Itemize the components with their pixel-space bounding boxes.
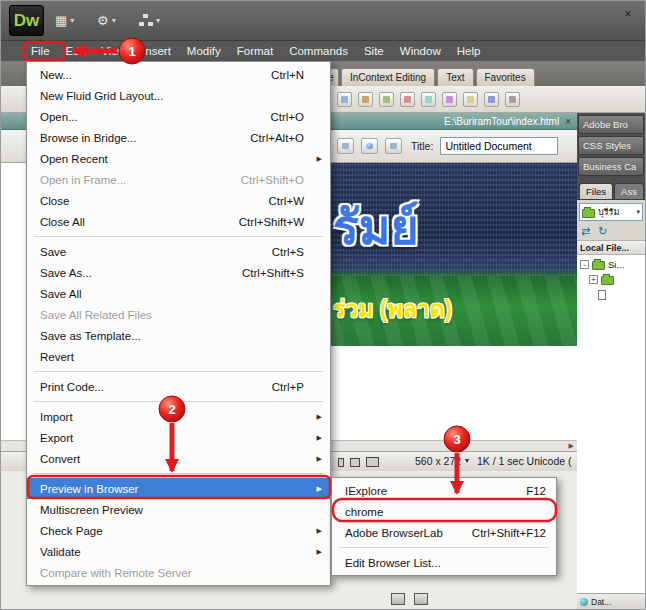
insert-object-icon[interactable]: [442, 92, 457, 107]
local-files-label: Local File...: [580, 243, 629, 253]
title-input[interactable]: [440, 137, 558, 155]
folder-icon: [592, 261, 605, 270]
browser-submenu-item-adobe-browserlab[interactable]: Adobe BrowserLabCtrl+Shift+F12: [332, 522, 556, 543]
file-menu-item-save-all-related-files[interactable]: Save All Related Files: [27, 304, 330, 325]
file-menu-item-revert[interactable]: Revert: [27, 346, 330, 367]
tab-close-icon[interactable]: ×: [565, 116, 571, 127]
property-icon[interactable]: [391, 593, 405, 605]
file-management-icon[interactable]: [337, 138, 354, 154]
menu-item-label: Compare with Remote Server: [40, 567, 191, 579]
files-panel-toolbar: ⇄ ↻: [577, 223, 645, 240]
file-menu-item-save-as-template[interactable]: Save as Template...: [27, 325, 330, 346]
file-menu-item-multiscreen-preview[interactable]: Multiscreen Preview: [27, 499, 330, 520]
tree-row[interactable]: [577, 287, 645, 302]
insert-object-icon[interactable]: [337, 92, 352, 107]
panel-tab-files[interactable]: Files: [579, 183, 613, 199]
submenu-arrow-icon: ▶: [317, 413, 322, 421]
menubar: FileEditViewInsertModifyFormatCommandsSi…: [1, 41, 645, 61]
file-menu-item-print-code[interactable]: Print Code...Ctrl+P: [27, 376, 330, 397]
file-menu-item-browse-in-bridge[interactable]: Browse in Bridge...Ctrl+Alt+O: [27, 127, 330, 148]
submenu-arrow-icon: ▶: [317, 434, 322, 442]
menu-item-label: Multiscreen Preview: [40, 504, 143, 516]
file-menu-item-open-recent[interactable]: Open Recent▶: [27, 148, 330, 169]
file-menu-item-save-as[interactable]: Save As...Ctrl+Shift+S: [27, 262, 330, 283]
submenu-arrow-icon: ▶: [317, 155, 322, 163]
refresh-view-icon[interactable]: [385, 138, 402, 154]
menubar-item-view[interactable]: View: [93, 43, 134, 59]
insert-object-icon[interactable]: [358, 92, 373, 107]
insert-tab-favorites[interactable]: Favorites: [476, 68, 535, 86]
panel-header-business-ca[interactable]: Business Ca: [578, 157, 644, 176]
insert-object-icon[interactable]: [421, 92, 436, 107]
local-files-header[interactable]: Local File...: [577, 240, 645, 255]
file-menu-item-check-page[interactable]: Check Page▶: [27, 520, 330, 541]
file-menu-item-convert[interactable]: Convert▶: [27, 448, 330, 469]
file-menu-item-validate[interactable]: Validate▶: [27, 541, 330, 562]
panel-tab-ass[interactable]: Ass: [614, 183, 644, 199]
file-menu-item-open-in-frame[interactable]: Open in Frame...Ctrl+Shift+O: [27, 169, 330, 190]
panel-header-css-styles[interactable]: CSS Styles: [578, 136, 644, 155]
file-menu-item-save[interactable]: SaveCtrl+S: [27, 241, 330, 262]
panel-header-adobe-bro[interactable]: Adobe Bro: [578, 115, 644, 134]
preview-globe-icon[interactable]: [361, 138, 378, 154]
refresh-icon[interactable]: ↻: [598, 225, 607, 238]
property-icon[interactable]: [414, 593, 428, 605]
menu-item-label: New...: [40, 69, 72, 81]
file-menu-item-export[interactable]: Export▶: [27, 427, 330, 448]
site-menu-button[interactable]: ▾: [139, 11, 160, 29]
insert-object-icon[interactable]: [400, 92, 415, 107]
dreamweaver-window: Dw ▦ ▾ ⚙ ▾ ▾ × FileEditViewInsertModifyF…: [0, 0, 646, 610]
browser-submenu-item-chrome[interactable]: chrome: [332, 501, 556, 522]
file-menu-item-close-all[interactable]: Close AllCtrl+Shift+W: [27, 211, 330, 232]
file-tree: -Si...+: [577, 255, 645, 593]
menubar-item-edit[interactable]: Edit: [58, 43, 94, 59]
insert-object-icon[interactable]: [484, 92, 499, 107]
tablet-preview-icon[interactable]: [350, 458, 360, 467]
file-menu-item-compare-with-remote-server[interactable]: Compare with Remote Server: [27, 562, 330, 583]
file-menu-item-close[interactable]: CloseCtrl+W: [27, 190, 330, 211]
extensions-button[interactable]: ⚙ ▾: [97, 11, 116, 29]
connect-icon[interactable]: ⇄: [581, 225, 590, 238]
menu-item-label: Convert: [40, 453, 80, 465]
menubar-item-site[interactable]: Site: [356, 43, 392, 59]
insert-object-icon[interactable]: [463, 92, 478, 107]
insert-object-icon[interactable]: [379, 92, 394, 107]
menubar-item-format[interactable]: Format: [229, 43, 281, 59]
files-panel: บุรีรัม ▾ ⇄ ↻ Local File... -Si...+ Dat.…: [577, 199, 645, 609]
menu-item-label: Browse in Bridge...: [40, 132, 137, 144]
site-dropdown[interactable]: บุรีรัม ▾: [579, 203, 643, 221]
insert-tab-text[interactable]: Text: [437, 68, 473, 86]
menubar-item-window[interactable]: Window: [392, 43, 449, 59]
menubar-item-help[interactable]: Help: [449, 43, 489, 59]
window-close-icon[interactable]: ×: [621, 7, 635, 21]
menubar-item-commands[interactable]: Commands: [281, 43, 356, 59]
file-menu-item-import[interactable]: Import▶: [27, 406, 330, 427]
desktop-preview-icon[interactable]: [366, 457, 379, 467]
file-menu-item-new[interactable]: New...Ctrl+N: [27, 64, 330, 85]
insert-object-icon[interactable]: [505, 92, 520, 107]
menu-separator: [34, 401, 323, 402]
expander-icon[interactable]: -: [580, 260, 589, 269]
submenu-arrow-icon: ▶: [317, 455, 322, 463]
window-size-dropdown-icon[interactable]: ▾: [465, 456, 469, 465]
browser-submenu-item-iexplore[interactable]: IExploreF12: [332, 480, 556, 501]
browser-submenu-item-edit-browser-list[interactable]: Edit Browser List...: [332, 552, 556, 573]
site-name: บุรีรัม: [598, 205, 633, 219]
menubar-item-file[interactable]: File: [23, 43, 58, 59]
file-menu-item-open[interactable]: Open...Ctrl+O: [27, 106, 330, 127]
file-menu-item-preview-in-browser[interactable]: Preview in Browser▶: [27, 478, 330, 499]
menubar-item-insert[interactable]: Insert: [134, 43, 179, 59]
expander-icon[interactable]: +: [589, 275, 598, 284]
tree-row[interactable]: -Si...: [577, 257, 645, 272]
menu-item-label: Check Page: [40, 525, 103, 537]
menubar-item-modify[interactable]: Modify: [179, 43, 229, 59]
insert-tab-incontext-editing[interactable]: InContext Editing: [341, 68, 435, 86]
file-menu-item-save-all[interactable]: Save All: [27, 283, 330, 304]
mobile-preview-icon[interactable]: [338, 458, 344, 467]
window-size-value[interactable]: 560 x 272: [415, 455, 461, 467]
scroll-right-icon[interactable]: ▶: [569, 442, 577, 450]
layout-switcher-button[interactable]: ▦ ▾: [55, 11, 74, 29]
chevron-down-icon: ▾: [70, 16, 74, 25]
tree-row[interactable]: +: [577, 272, 645, 287]
file-menu-item-new-fluid-grid-layout[interactable]: New Fluid Grid Layout...: [27, 85, 330, 106]
